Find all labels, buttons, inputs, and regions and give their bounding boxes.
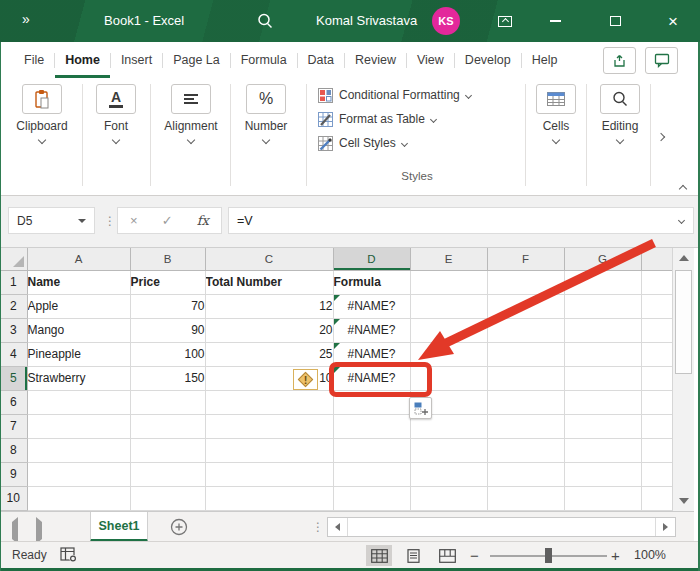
cell[interactable] xyxy=(333,462,410,486)
cell[interactable] xyxy=(641,486,672,510)
cell-B2[interactable]: 70 xyxy=(130,294,205,318)
enter-button[interactable]: ✓ xyxy=(162,213,173,228)
chevron-down-icon[interactable] xyxy=(262,136,270,144)
cell-A5[interactable]: Strawberry xyxy=(27,366,130,390)
auto-fill-options-button[interactable] xyxy=(409,397,432,419)
row-header-3[interactable]: 3 xyxy=(0,318,27,342)
cell[interactable] xyxy=(564,438,641,462)
cell[interactable] xyxy=(487,486,564,510)
cell[interactable] xyxy=(564,390,641,414)
row-header-10[interactable]: 10 xyxy=(0,486,27,510)
cell[interactable] xyxy=(641,318,672,342)
ribbon-group-clipboard[interactable]: Clipboard xyxy=(6,84,78,143)
ribbon-group-alignment[interactable]: Alignment xyxy=(156,84,226,143)
horizontal-scrollbar[interactable] xyxy=(327,517,676,537)
cell[interactable] xyxy=(130,462,205,486)
cell[interactable] xyxy=(487,342,564,366)
cell[interactable] xyxy=(564,294,641,318)
row-header-9[interactable]: 9 xyxy=(0,462,27,486)
ribbon-display-options-button[interactable] xyxy=(492,8,518,34)
normal-view-button[interactable] xyxy=(366,545,392,566)
cell[interactable] xyxy=(564,414,641,438)
ribbon-group-editing[interactable]: Editing xyxy=(592,84,648,143)
format-as-table-button[interactable]: Format as Table xyxy=(318,109,436,129)
cell[interactable] xyxy=(564,462,641,486)
next-sheet-button[interactable] xyxy=(36,522,42,540)
zoom-in-button[interactable]: + xyxy=(611,547,620,564)
cell-B1[interactable]: Price xyxy=(130,270,205,294)
cell[interactable] xyxy=(333,390,410,414)
cell-B3[interactable]: 90 xyxy=(130,318,205,342)
cell-A1[interactable]: Name xyxy=(27,270,130,294)
name-box-dropdown-icon[interactable] xyxy=(78,219,86,223)
cell-D1[interactable]: Formula xyxy=(333,270,410,294)
cell[interactable] xyxy=(564,366,641,390)
page-layout-view-button[interactable] xyxy=(400,545,426,566)
tab-data[interactable]: Data xyxy=(298,42,344,78)
conditional-formatting-button[interactable]: Conditional Formatting xyxy=(318,85,471,105)
cell[interactable] xyxy=(205,414,333,438)
cell[interactable] xyxy=(27,438,130,462)
cell[interactable] xyxy=(487,462,564,486)
chevron-down-icon[interactable] xyxy=(112,136,120,144)
tab-view[interactable]: View xyxy=(407,42,454,78)
cell[interactable] xyxy=(564,486,641,510)
new-sheet-button[interactable] xyxy=(170,518,188,540)
cell[interactable] xyxy=(205,438,333,462)
cell[interactable] xyxy=(130,486,205,510)
cell[interactable] xyxy=(27,486,130,510)
row-header-2[interactable]: 2 xyxy=(0,294,27,318)
cell[interactable] xyxy=(641,366,672,390)
cell-D2[interactable]: #NAME? xyxy=(333,294,410,318)
scroll-up-button[interactable] xyxy=(673,248,695,268)
cell-D3[interactable]: #NAME? xyxy=(333,318,410,342)
cell[interactable] xyxy=(27,462,130,486)
cell[interactable] xyxy=(487,318,564,342)
tab-developer[interactable]: Develop xyxy=(455,42,521,78)
tab-file[interactable]: File xyxy=(14,42,54,78)
cell[interactable] xyxy=(487,366,564,390)
cell-C1[interactable]: Total Number xyxy=(205,270,333,294)
row-header-8[interactable]: 8 xyxy=(0,438,27,462)
prev-sheet-button[interactable] xyxy=(12,522,18,540)
tab-review[interactable]: Review xyxy=(345,42,406,78)
cancel-button[interactable]: × xyxy=(130,213,138,228)
cell[interactable] xyxy=(130,390,205,414)
cell[interactable] xyxy=(205,462,333,486)
cell[interactable] xyxy=(410,318,487,342)
account-name[interactable]: Komal Srivastava xyxy=(316,13,417,28)
ribbon-group-font[interactable]: A Font xyxy=(88,84,144,143)
share-button[interactable] xyxy=(603,47,636,74)
cell[interactable] xyxy=(564,318,641,342)
cell-A4[interactable]: Pineapple xyxy=(27,342,130,366)
avatar[interactable]: KS xyxy=(432,7,460,35)
cell[interactable] xyxy=(641,414,672,438)
cell[interactable] xyxy=(641,270,672,294)
cell[interactable] xyxy=(487,294,564,318)
cell[interactable] xyxy=(641,342,672,366)
vertical-scrollbar[interactable] xyxy=(672,248,694,511)
macro-record-button[interactable] xyxy=(60,547,78,566)
cell[interactable] xyxy=(641,462,672,486)
chevron-down-icon[interactable] xyxy=(187,136,195,144)
col-header-C[interactable]: C xyxy=(205,248,333,270)
cell[interactable] xyxy=(564,342,641,366)
cell-A3[interactable]: Mango xyxy=(27,318,130,342)
cell-C4[interactable]: 25 xyxy=(205,342,333,366)
cell[interactable] xyxy=(205,390,333,414)
cell-B4[interactable]: 100 xyxy=(130,342,205,366)
col-header-D[interactable]: D xyxy=(333,248,410,270)
cell[interactable] xyxy=(487,270,564,294)
cell[interactable] xyxy=(410,366,487,390)
cell[interactable] xyxy=(487,438,564,462)
zoom-slider-thumb[interactable] xyxy=(545,548,552,563)
col-header-A[interactable]: A xyxy=(27,248,130,270)
cell[interactable] xyxy=(333,414,410,438)
row-header-6[interactable]: 6 xyxy=(0,390,27,414)
expand-formula-bar-icon[interactable] xyxy=(678,217,685,224)
scroll-left-button[interactable] xyxy=(328,518,348,536)
trace-error-button[interactable]: ! xyxy=(293,369,318,390)
cell[interactable] xyxy=(487,414,564,438)
comments-button[interactable] xyxy=(645,47,678,74)
row-header-1[interactable]: 1 xyxy=(0,270,27,294)
